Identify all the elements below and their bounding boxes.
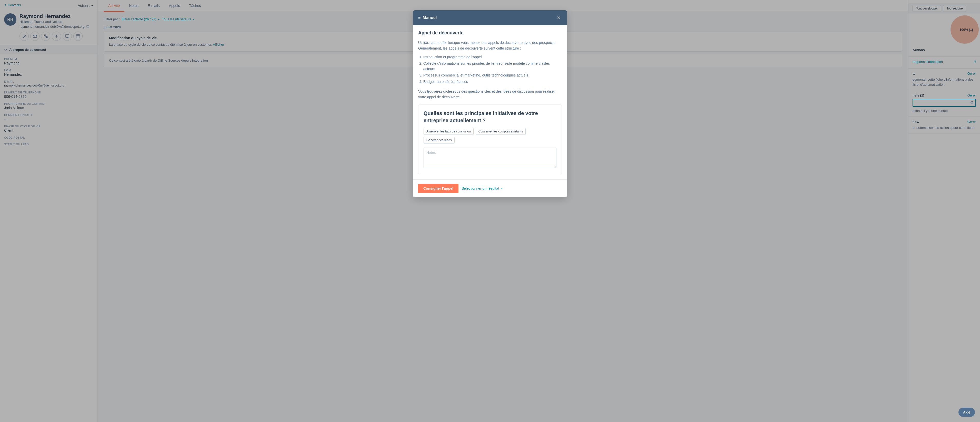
notes-textarea[interactable] bbox=[423, 148, 557, 168]
modal-list: Introduction et programme de l'appel Col… bbox=[418, 54, 562, 84]
list-item-3: Budget, autorité, échéances bbox=[423, 79, 562, 84]
select-result-button[interactable]: Sélectionner un résultat bbox=[461, 186, 503, 191]
tag-1[interactable]: Conserver les comptes existants bbox=[476, 128, 526, 135]
modal: ≡ Manuel ✕ Appel de découverte Utilisez … bbox=[413, 10, 567, 197]
list-item-2: Processus commercial et marketing, outil… bbox=[423, 73, 562, 78]
modal-header: ≡ Manuel ✕ bbox=[413, 10, 567, 25]
list-item-1: Collecte d'informations sur les priorité… bbox=[423, 61, 562, 72]
modal-overlay: ≡ Manuel ✕ Appel de découverte Utilisez … bbox=[0, 0, 980, 422]
modal-close-button[interactable]: ✕ bbox=[556, 14, 562, 22]
modal-question: Quelles sont les principales initiatives… bbox=[423, 110, 557, 124]
modal-footer: Consigner l'appel Sélectionner un résult… bbox=[413, 180, 567, 197]
tag-0[interactable]: Améliorer les taux de conclusion bbox=[423, 128, 474, 135]
modal-header-title: Manuel bbox=[423, 15, 437, 20]
modal-header-icon: ≡ bbox=[418, 15, 420, 20]
list-item-0: Introduction et programme de l'appel bbox=[423, 54, 562, 60]
modal-title: Appel de découverte bbox=[418, 30, 562, 36]
modal-body: Appel de découverte Utilisez ce modèle l… bbox=[413, 25, 567, 180]
modal-extra-text: Vous trouverez ci-dessous des questions … bbox=[418, 89, 562, 100]
tag-2[interactable]: Générer des leads bbox=[423, 137, 455, 143]
modal-question-section: Quelles sont les principales initiatives… bbox=[418, 104, 562, 174]
log-call-button[interactable]: Consigner l'appel bbox=[418, 184, 458, 193]
aide-button[interactable]: Aide bbox=[958, 408, 975, 417]
tags-row: Améliorer les taux de conclusion Conserv… bbox=[423, 128, 557, 143]
modal-description: Utilisez ce modèle lorsque vous menez de… bbox=[418, 40, 562, 51]
